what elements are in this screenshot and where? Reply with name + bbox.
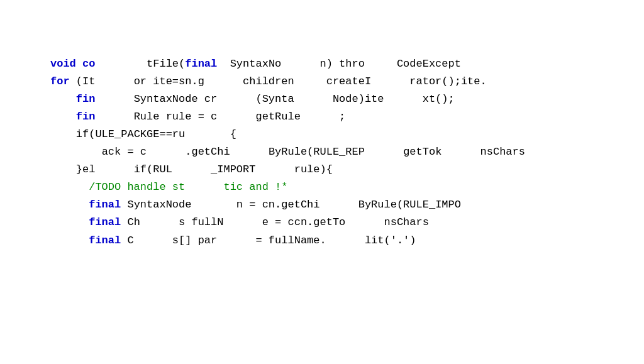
- code-background: void co tFile(final SyntaxNo n) thro Cod…: [0, 0, 644, 364]
